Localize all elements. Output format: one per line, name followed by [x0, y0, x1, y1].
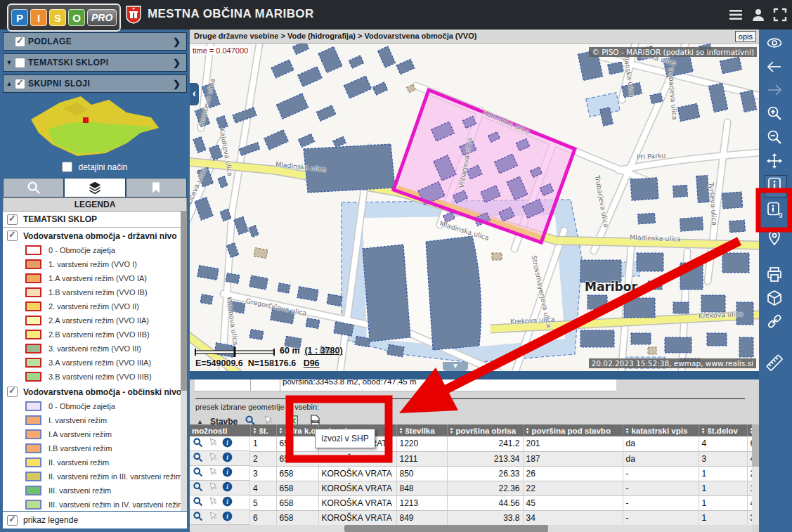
legend-swatch: [25, 443, 41, 453]
map-toolbar: g: [759, 30, 792, 532]
column-header[interactable]: ▲▼št.delov: [699, 424, 747, 436]
menu-icon[interactable]: [727, 6, 744, 23]
expand-triangle[interactable]: ▼: [4, 59, 15, 66]
link-icon[interactable]: [765, 312, 786, 333]
location-pin-icon[interactable]: [765, 228, 786, 249]
legend-toggle-row: prikaz legende: [3, 512, 187, 528]
row-info-icon[interactable]: i: [222, 437, 233, 450]
column-header[interactable]: ▲▼šifra k.o.: [276, 424, 318, 436]
info-icon[interactable]: [765, 176, 786, 197]
table-horizontal-scrollbar[interactable]: [190, 525, 752, 532]
legend-section-header: Vodovarstvena območja - državni nivo: [3, 228, 187, 243]
row-zoom-icon[interactable]: [193, 437, 203, 450]
table-vertical-scrollbar[interactable]: [752, 424, 759, 525]
svg-text:g: g: [779, 211, 783, 218]
panel-tematski-sklopi[interactable]: ▼ TEMATSKI SKLOPI ❯: [3, 53, 187, 72]
row-info-icon[interactable]: i: [222, 467, 233, 479]
legend-section-checkbox[interactable]: [7, 231, 18, 241]
legend-section-checkbox[interactable]: [7, 387, 18, 397]
row-zoom-icon[interactable]: [193, 481, 203, 494]
opis-button[interactable]: opis: [735, 31, 756, 42]
legend-panel: TEMATSKI SKLOP Vodovarstvena območja - d…: [3, 212, 187, 511]
collapse-triangle[interactable]: ▲: [4, 80, 15, 87]
map-viewport[interactable]: Sernčeva ulicaKajuhova ulicaKajuhova uli…: [190, 44, 759, 371]
column-header[interactable]: ▲▼površina obrisa: [447, 424, 523, 436]
column-header[interactable]: ▲▼št.: [250, 424, 276, 436]
column-header[interactable]: ▲▼površina pod stavbo: [523, 424, 623, 436]
row-select-icon[interactable]: [208, 497, 217, 508]
tematski-sklop-checkbox[interactable]: [7, 214, 18, 225]
table-row[interactable]: i6658KOROŠKA VRATA84933.834-130: [190, 510, 752, 525]
row-select-icon[interactable]: [208, 482, 217, 493]
row-zoom-icon[interactable]: [193, 467, 203, 479]
cell: 658: [276, 436, 318, 451]
back-arrow-icon[interactable]: [765, 58, 786, 79]
column-header[interactable]: ▲▼številka: [396, 424, 447, 436]
table-row[interactable]: i2658KOROŠKA VRATA1211213.34187da345: [190, 451, 752, 466]
row-info-icon[interactable]: i: [222, 496, 233, 509]
render-time-label: time = 0.047000: [191, 46, 249, 55]
row-select-icon[interactable]: [208, 453, 217, 464]
row-select-icon[interactable]: [208, 467, 217, 479]
tab-bookmark[interactable]: [126, 178, 187, 197]
row-zoom-icon[interactable]: [193, 496, 203, 509]
zoom-in-icon[interactable]: [765, 104, 786, 125]
row-info-icon[interactable]: i: [222, 511, 233, 524]
cell: 5: [250, 495, 276, 510]
cube-3d-icon[interactable]: [765, 289, 786, 310]
piso-logo[interactable]: PISOPRO: [7, 4, 121, 32]
fullscreen-icon[interactable]: [772, 6, 788, 23]
cell: 1: [699, 466, 747, 481]
logo-letter: I: [30, 9, 47, 26]
zoom-out-icon[interactable]: [765, 128, 786, 149]
cell: -: [623, 495, 699, 510]
panel-collapse-chevron[interactable]: ▼: [443, 362, 468, 371]
cell: 850: [396, 466, 447, 481]
legend-scrollbar[interactable]: [181, 212, 187, 511]
panel-podlage[interactable]: PODLAGE ❯: [3, 32, 187, 51]
panel-skupni-sloji[interactable]: ▲ SKUPNI SLOJI ❯: [3, 74, 187, 93]
column-header[interactable]: ▲▼katastrski vpis: [623, 424, 699, 436]
table-row[interactable]: i5658KOROŠKA VRATA121344.5645-140: [190, 495, 752, 510]
tab-search[interactable]: [3, 178, 64, 197]
cell: KOROŠKA VRATA: [318, 510, 396, 525]
row-select-icon[interactable]: [208, 438, 217, 449]
sidebar-tabs: [3, 178, 187, 197]
row-zoom-icon[interactable]: [193, 452, 203, 465]
user-icon[interactable]: [750, 6, 767, 23]
prikaz-legende-checkbox[interactable]: [7, 515, 18, 526]
tematski-checkbox[interactable]: [15, 58, 25, 68]
table-row[interactable]: i1658KOROŠKA VRATA1220241.2201da460: [190, 436, 752, 451]
detail-mode-checkbox[interactable]: [62, 162, 72, 172]
pan-icon[interactable]: [765, 152, 786, 173]
cell: 23: [747, 466, 752, 481]
column-header[interactable]: ▲▼: [747, 424, 752, 436]
podlage-checkbox[interactable]: [15, 37, 25, 47]
forward-arrow-icon[interactable]: [765, 81, 786, 102]
shp-export-tooltip: izvozi v SHP: [315, 429, 375, 448]
info-select-icon[interactable]: g: [765, 200, 786, 221]
cell: da: [623, 436, 699, 451]
row-info-icon[interactable]: i: [222, 452, 233, 465]
legend-item: 3.A varstveni režim (VVO IIIA): [3, 356, 187, 370]
tab-layers[interactable]: [64, 178, 125, 197]
eye-icon[interactable]: [765, 34, 786, 55]
table-row[interactable]: i4658KOROŠKA VRATA84822.3622-119: [190, 481, 752, 495]
cell: 45: [523, 495, 623, 510]
cell: 201: [523, 436, 623, 451]
row-info-icon[interactable]: i: [222, 481, 233, 494]
print-icon[interactable]: [765, 266, 786, 287]
column-header[interactable]: možnosti: [190, 424, 250, 436]
table-row[interactable]: i3658KOROŠKA VRATA85026.3326-123: [190, 466, 752, 481]
municipality-overview-map[interactable]: [21, 94, 169, 161]
row-select-icon[interactable]: [208, 512, 217, 523]
ruler-icon[interactable]: [765, 353, 786, 375]
sidebar-collapse-handle[interactable]: ‹: [190, 83, 199, 105]
detail-mode-row: detajlni način: [0, 162, 190, 172]
row-zoom-icon[interactable]: [193, 511, 203, 524]
legend-swatch: [25, 245, 41, 255]
skupni-checkbox[interactable]: [15, 79, 25, 89]
legend-swatch: [25, 301, 41, 311]
legend-swatch: [25, 500, 41, 510]
results-panel: površina:33453.8 m2, obod:747.45 m prese…: [190, 379, 759, 532]
